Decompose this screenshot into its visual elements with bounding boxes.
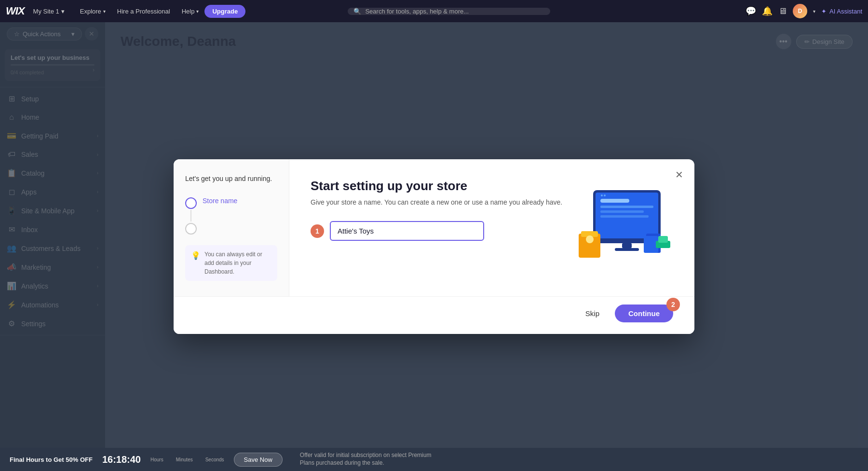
hire-professional-link[interactable]: Hire a Professional <box>111 6 176 17</box>
search-placeholder: Search for tools, apps, help & more... <box>365 8 469 15</box>
search-bar[interactable]: 🔍 Search for tools, apps, help & more... <box>348 8 550 15</box>
bottom-banner: Final Hours to Get 50% OFF 16:18:40 Hour… <box>0 448 868 471</box>
svg-point-16 <box>604 194 606 196</box>
avatar-chevron[interactable]: ▾ <box>813 9 815 14</box>
store-name-input[interactable] <box>330 221 484 241</box>
modal-content-panel: Start setting up your store Give your st… <box>289 159 694 296</box>
ai-star-icon: ✦ <box>821 8 827 15</box>
step-1-label: Store name <box>203 197 237 205</box>
nav-right-actions: 💬 🔔 🖥 D ▾ ✦ AI Assistant <box>746 4 862 18</box>
screen-icon[interactable]: 🖥 <box>778 6 787 16</box>
modal-footer: Skip 2 Continue <box>174 296 694 334</box>
hint-bulb-icon: 💡 <box>191 251 201 260</box>
svg-rect-5 <box>600 215 649 218</box>
offer-detail-text: Offer valid for initial subscription on … <box>300 452 445 467</box>
store-setup-modal: ✕ Let's get you up and running. Store na… <box>174 159 694 334</box>
search-icon: 🔍 <box>353 8 361 15</box>
top-nav: WIX My Site 1 ▾ Explore ▾ Hire a Profess… <box>0 0 868 22</box>
minutes-label: Minutes <box>176 457 193 462</box>
wizard-step-1: Store name <box>185 194 277 212</box>
save-now-button[interactable]: Save Now <box>234 453 283 467</box>
notification-icon[interactable]: 🔔 <box>762 6 773 16</box>
ai-assistant-button[interactable]: ✦ AI Assistant <box>821 8 862 15</box>
explore-menu[interactable]: Explore ▾ <box>74 6 111 17</box>
wix-logo: WIX <box>6 5 25 17</box>
modal-close-button[interactable]: ✕ <box>671 167 687 182</box>
modal-hint-box: 💡 You can always edit or add details in … <box>185 245 277 281</box>
svg-rect-4 <box>600 210 644 213</box>
svg-rect-8 <box>622 243 632 248</box>
offer-label: Final Hours to Get 50% OFF <box>10 456 93 463</box>
continue-button[interactable]: Continue <box>615 305 673 322</box>
modal-body: Let's get you up and running. Store name… <box>174 159 694 296</box>
help-menu[interactable]: Help ▾ <box>176 6 205 17</box>
chat-icon[interactable]: 💬 <box>746 6 756 16</box>
skip-button[interactable]: Skip <box>578 305 607 321</box>
continue-button-wrap: 2 Continue <box>615 305 673 322</box>
timer-labels: Hours Minutes Seconds <box>150 457 224 462</box>
site-name-dropdown[interactable]: My Site 1 ▾ <box>28 6 69 17</box>
modal-wizard-panel: Let's get you up and running. Store name… <box>174 159 289 296</box>
avatar[interactable]: D <box>793 4 807 18</box>
hours-label: Hours <box>150 457 163 462</box>
svg-point-15 <box>601 194 603 196</box>
svg-rect-14 <box>658 236 668 243</box>
upgrade-button[interactable]: Upgrade <box>204 5 245 18</box>
seconds-label: Seconds <box>205 457 224 462</box>
modal-overlay: ✕ Let's get you up and running. Store na… <box>0 22 868 471</box>
explore-chevron: ▾ <box>103 9 106 14</box>
wizard-intro: Let's get you up and running. <box>185 175 277 182</box>
help-chevron: ▾ <box>196 9 199 14</box>
site-name-chevron: ▾ <box>61 8 65 15</box>
svg-point-12 <box>586 236 594 243</box>
continue-badge: 2 <box>666 298 680 311</box>
input-step-badge: 1 <box>311 224 324 238</box>
svg-rect-9 <box>615 248 639 251</box>
wizard-steps: Store name <box>185 194 277 237</box>
svg-rect-3 <box>600 206 653 208</box>
step-2-circle <box>185 223 197 235</box>
svg-rect-2 <box>600 199 629 203</box>
step-1-circle <box>185 197 197 209</box>
site-name-label: My Site 1 <box>33 8 59 15</box>
hint-text: You can always edit or add details in yo… <box>204 250 271 276</box>
store-illustration <box>564 180 680 267</box>
countdown-timer: 16:18:40 <box>102 454 141 465</box>
wizard-step-2 <box>185 220 277 237</box>
